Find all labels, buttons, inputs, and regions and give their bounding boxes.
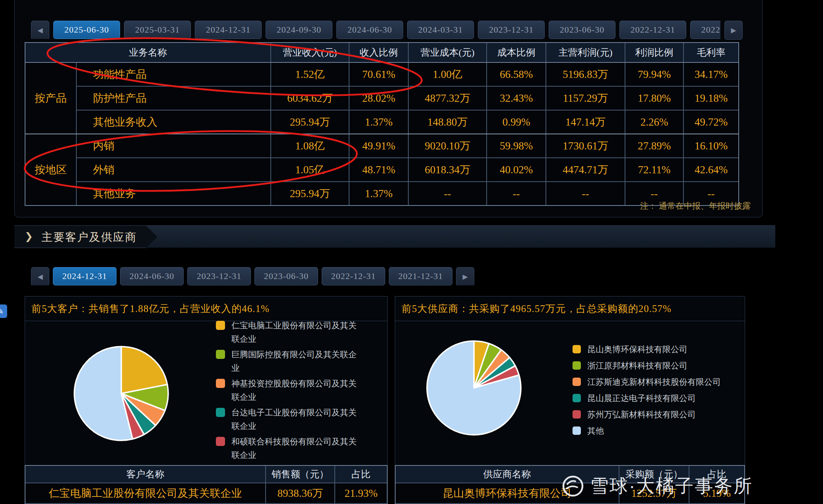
value-cell: 49.72% xyxy=(684,110,738,134)
value-cell: 9020.10万 xyxy=(409,134,487,157)
segment-table-note: 注： 通常在中报、年报时披露 xyxy=(640,200,751,211)
legend-label: 昆山奥博环保科技有限公司 xyxy=(587,344,687,355)
value-cell: 147.14万 xyxy=(546,110,625,134)
segment-group: 按产品功能性产品1.52亿70.61%1.00亿66.58%5196.83万79… xyxy=(25,63,738,134)
legend-label: 和硕联合科技股份有限公司及其关联企业 xyxy=(231,435,359,462)
segment-name-cell: 其他业务收入 xyxy=(77,110,271,134)
date-tab-2024-09-30[interactable]: 2024-09-30 xyxy=(266,21,332,39)
tabs-next-button[interactable]: ▶ xyxy=(456,267,474,285)
side-tool-icon[interactable]: ✎ xyxy=(0,304,7,318)
value-cell: 1.52亿 xyxy=(271,63,349,86)
table-row: 外销1.05亿48.71%6018.34万40.02%4474.71万72.11… xyxy=(77,157,738,181)
value-cell: 1.37% xyxy=(349,182,409,205)
legend-item[interactable]: 和硕联合科技股份有限公司及其关联企业 xyxy=(216,435,359,462)
legend-label: 台达电子工业股份有限公司及其关联企业 xyxy=(231,406,359,433)
date-tab-2025-06-30[interactable]: 2025-06-30 xyxy=(53,21,120,39)
tabs-prev-button[interactable]: ◀ xyxy=(31,267,49,285)
value-cell: 42.64% xyxy=(684,158,738,181)
date-tab-2022-12-31[interactable]: 2022-12-31 xyxy=(322,267,385,285)
legend-item[interactable]: 其他 xyxy=(573,423,721,439)
value-cell: 59.98% xyxy=(487,134,546,157)
date-tab-2025-03-31[interactable]: 2025-03-31 xyxy=(124,21,191,39)
column-header: 收入比例 xyxy=(349,43,409,62)
customers-legend: 仁宝电脑工业股份有限公司及其关联企业巨腾国际控股有限公司及其关联企业神基投资控股… xyxy=(216,319,359,464)
legend-item[interactable]: 浙江原邦材料科技有限公司 xyxy=(573,357,721,374)
value-cell: 32.43% xyxy=(487,87,546,110)
legend-label: 巨腾国际控股有限公司及其关联企业 xyxy=(231,348,359,375)
legend-item[interactable]: 神基投资控股股份有限公司及其关联企业 xyxy=(216,377,359,404)
value-cell: 148.80万 xyxy=(409,110,487,134)
legend-label: 浙江原邦材料科技有限公司 xyxy=(587,360,687,371)
legend-label: 江苏斯迪克新材料科技股份有限公司 xyxy=(587,376,721,388)
value-cell: 5196.83万 xyxy=(546,63,625,86)
legend-swatch-icon xyxy=(216,379,225,388)
legend-item[interactable]: 台达电子工业股份有限公司及其关联企业 xyxy=(216,406,359,433)
date-tab-2024-12-31[interactable]: 2024-12-31 xyxy=(195,21,262,39)
legend-label: 仁宝电脑工业股份有限公司及其关联企业 xyxy=(231,319,359,346)
column-header: 毛利率 xyxy=(684,43,738,62)
legend-item[interactable]: 昆山晨正达电子科技有限公司 xyxy=(573,390,721,406)
column-header: 主营利润(元) xyxy=(546,43,625,62)
segment-table: 业务名称营业收入(元)收入比例营业成本(元)成本比例主营利润(元)利润比例毛利率… xyxy=(25,42,739,206)
segment-name-cell: 内销 xyxy=(77,134,271,157)
date-tab-2024-06-30[interactable]: 2024-06-30 xyxy=(120,267,184,285)
value-cell: 49.91% xyxy=(349,134,409,157)
column-header: 业务名称 xyxy=(25,43,271,62)
date-tab-2022-12-31[interactable]: 2022-12-31 xyxy=(619,21,686,39)
value-cell: 0.99% xyxy=(487,110,546,134)
date-tab-2022-06-30[interactable]: 2022-06-30 xyxy=(690,21,720,39)
value-cell: 40.02% xyxy=(487,158,546,181)
section-header-bar: ❯ 主要客户及供应商 xyxy=(14,225,775,248)
watermark-text: 雪球·大橘子事务所 xyxy=(590,474,753,498)
value-cell: -- xyxy=(487,182,546,205)
pencil-icon: ✎ xyxy=(0,307,4,316)
table-row: 其他业务收入295.94万1.37%148.80万0.99%147.14万2.2… xyxy=(77,110,738,134)
date-tab-2021-12-31[interactable]: 2021-12-31 xyxy=(389,267,452,285)
report-date-tabs: ◀2025-06-302025-03-312024-12-312024-09-3… xyxy=(31,21,720,39)
tabs-next-button[interactable]: ▶ xyxy=(724,21,743,40)
segment-name-cell: 其他业务 xyxy=(77,182,271,205)
value-cell: 4877.32万 xyxy=(409,87,487,110)
customer-date-tabs: ◀2024-12-312024-06-302023-12-312023-06-3… xyxy=(31,267,508,285)
date-tab-2024-06-30[interactable]: 2024-06-30 xyxy=(336,21,403,39)
legend-label: 神基投资控股股份有限公司及其关联企业 xyxy=(231,377,359,404)
mini-table-header: 客户名称销售额（元）占比 xyxy=(25,466,387,483)
legend-item[interactable]: 江苏斯迪克新材料科技股份有限公司 xyxy=(573,374,721,390)
legend-swatch-icon xyxy=(216,321,225,330)
legend-swatch-icon xyxy=(216,408,225,417)
column-header: 客户名称 xyxy=(25,466,266,483)
value-cell: 8938.36万 xyxy=(266,483,335,503)
section-title: 主要客户及供应商 xyxy=(41,230,137,245)
top-customers-title: 前5大客户：共销售了1.88亿元，占营业收入的46.1% xyxy=(25,297,387,321)
value-cell: 48.71% xyxy=(349,158,409,181)
date-tab-2024-12-31[interactable]: 2024-12-31 xyxy=(53,267,116,285)
date-tab-2023-06-30[interactable]: 2023-06-30 xyxy=(254,267,318,285)
value-cell: 1730.61万 xyxy=(546,134,625,157)
segment-name-cell: 功能性产品 xyxy=(77,63,271,86)
date-tab-2024-03-31[interactable]: 2024-03-31 xyxy=(407,21,474,39)
legend-swatch-icon xyxy=(573,426,581,435)
date-tab-2023-12-31[interactable]: 2023-12-31 xyxy=(187,267,251,285)
legend-item[interactable]: 苏州万弘新材料科技有限公司 xyxy=(573,406,721,423)
legend-swatch-icon xyxy=(573,378,581,386)
value-cell: 79.94% xyxy=(625,63,684,86)
suppliers-pie-chart xyxy=(425,339,523,437)
segment-table-header: 业务名称营业收入(元)收入比例营业成本(元)成本比例主营利润(元)利润比例毛利率 xyxy=(25,43,738,63)
top-suppliers-title: 前5大供应商：共采购了4965.57万元，占总采购额的20.57% xyxy=(395,297,745,321)
table-row: 防护性产品6034.62万28.02%4877.32万32.43%1157.29… xyxy=(77,86,738,110)
legend-label: 苏州万弘新材料科技有限公司 xyxy=(587,409,696,420)
value-cell: 70.61% xyxy=(349,63,409,86)
legend-item[interactable]: 昆山奥博环保科技有限公司 xyxy=(573,341,721,357)
date-tab-2023-06-30[interactable]: 2023-06-30 xyxy=(549,21,615,39)
column-header: 营业成本(元) xyxy=(409,43,487,62)
value-cell: 6034.62万 xyxy=(271,87,349,110)
legend-label: 其他 xyxy=(587,425,604,436)
legend-item[interactable]: 巨腾国际控股有限公司及其关联企业 xyxy=(216,348,359,375)
column-header: 占比 xyxy=(335,466,387,483)
date-tab-2023-12-31[interactable]: 2023-12-31 xyxy=(478,21,545,39)
value-cell: 16.10% xyxy=(684,134,738,157)
legend-item[interactable]: 仁宝电脑工业股份有限公司及其关联企业 xyxy=(216,319,359,346)
tabs-prev-button[interactable]: ◀ xyxy=(31,21,49,39)
watermark: 雪球·大橘子事务所 xyxy=(561,474,753,498)
customers-pie-chart xyxy=(72,344,171,443)
